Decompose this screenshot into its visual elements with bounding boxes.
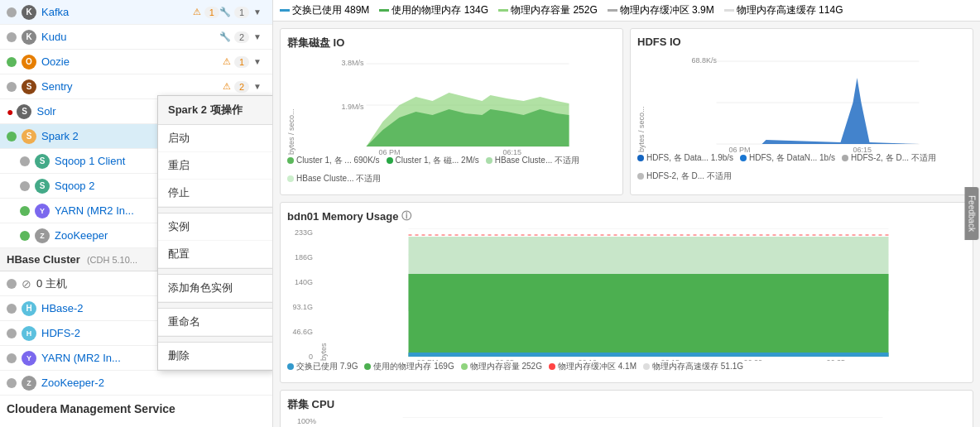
menu-start[interactable]: 启动	[158, 125, 272, 152]
hbase2-icon: H	[22, 301, 36, 316]
cpu-chart: 群集 CPU 100%	[280, 390, 973, 427]
legend-cache: 物理内存高速缓存 114G	[724, 3, 843, 17]
mem-legend-4: 物理内存缓冲区 4.1M	[549, 361, 637, 372]
kudu-dropdown[interactable]: ▼	[249, 29, 266, 46]
hdfs-io-legend: HDFS, 各 Data... 1.9b/s HDFS, 各 DataN... …	[637, 152, 966, 182]
menu-delete[interactable]: 删除	[158, 343, 272, 370]
memory-chart-content: 233G 186G 140G 93.1G 46.6G 0 bytes	[287, 228, 966, 361]
disk-legend-2: Cluster 1, 各 磁... 2M/s	[387, 155, 479, 166]
legend-swap-label: 交换已使用 489M	[292, 3, 369, 17]
yarn-icon: Y	[35, 204, 50, 218]
hdfs-io-ylabel: bytes / seco...	[637, 53, 646, 152]
menu-add-role[interactable]: 添加角色实例	[158, 275, 272, 302]
legend-buf-label: 物理内存缓冲区 3.9M	[620, 3, 714, 17]
disk-io-content: bytes / seco... 3.8M/s 1.9M/s	[287, 55, 616, 155]
cloudera-section: Cloudera Management Service	[0, 396, 272, 422]
kudu-wrench-count: 2	[234, 31, 249, 43]
service-kafka[interactable]: K Kafka ⚠ 1 🔧 1 ▼	[0, 0, 272, 25]
menu-instance[interactable]: 实例	[158, 214, 272, 241]
top-legend-bar: 交换已使用 489M 使用的物理内存 134G 物理内存容量 252G 物理内存…	[273, 0, 980, 22]
svg-text:06:25: 06:25	[827, 358, 846, 361]
legend-buf-color	[608, 9, 617, 12]
hbase-hosts-status	[7, 279, 17, 289]
io-charts-row: 群集磁盘 IO bytes / seco... 3.8M/s 1.9M/s	[273, 22, 980, 202]
memory-legend: 交换已使用 7.9G 使用的物理内存 169G 物理内存容量 252G 物理内存…	[287, 361, 966, 372]
menu-divider3	[158, 302, 272, 309]
cpu-svg	[319, 417, 966, 427]
legend-cap-label: 物理内存容量 252G	[511, 3, 598, 17]
kafka-dropdown[interactable]: ▼	[249, 4, 266, 21]
mem-legend-5: 物理内存高速缓存 51.1G	[643, 361, 743, 372]
service-kudu[interactable]: K Kudu 🔧 2 ▼	[0, 25, 272, 50]
hdfs-io-svg: 68.8K/s 06 PM 06:15	[649, 53, 966, 152]
kafka-icon: K	[22, 5, 36, 20]
sentry-alert: ⚠	[223, 81, 231, 92]
hdfs-io-svg-container: 68.8K/s 06 PM 06:15	[649, 53, 966, 152]
content-area: 交换已使用 489M 使用的物理内存 134G 物理内存容量 252G 物理内存…	[273, 0, 980, 427]
zookeeper2-item[interactable]: Z ZooKeeper-2	[0, 371, 272, 396]
legend-swap-color	[280, 9, 290, 12]
hdfs-legend-2: HDFS, 各 DataN... 1b/s	[740, 152, 835, 164]
hbase-cluster-title[interactable]: HBase Cluster	[7, 253, 80, 266]
sentry-name[interactable]: Sentry	[41, 80, 223, 93]
hdfs-io-title: HDFS IO	[637, 36, 966, 48]
kafka-alert-count: 1	[204, 7, 219, 18]
memory-ylabel: bytes	[319, 228, 328, 361]
hbase-hosts-icon: ⊘	[22, 277, 31, 290]
legend-phys-cap: 物理内存容量 252G	[498, 3, 598, 17]
memory-svg-container: 06 PM 06:05 06:10 06:15 06:20 06:25	[331, 228, 966, 361]
menu-stop[interactable]: 停止	[158, 180, 272, 207]
sentry-alert-count: 2	[234, 81, 249, 93]
oozie-alert-count: 1	[234, 56, 249, 68]
svg-marker-13	[717, 78, 920, 144]
cloudera-management-item[interactable]: C Cloudera Man... ⚠ 18 🔧 4 ⏻ ▼	[0, 422, 272, 427]
zookeeper2-status	[7, 378, 17, 388]
kudu-icon: K	[22, 30, 36, 45]
memory-info-icon[interactable]: ⓘ	[401, 209, 411, 223]
memory-y-labels: 233G 186G 140G 93.1G 46.6G 0	[287, 228, 316, 361]
svg-text:06:05: 06:05	[496, 358, 515, 361]
kudu-name[interactable]: Kudu	[41, 31, 219, 43]
legend-phys-label: 使用的物理内存 134G	[392, 3, 488, 17]
sentry-dropdown[interactable]: ▼	[249, 79, 266, 95]
svg-rect-25	[409, 353, 889, 357]
svg-text:68.8K/s: 68.8K/s	[692, 56, 718, 65]
memory-usage-chart: bdn01 Memory Usage ⓘ 233G 186G 140G 93.1…	[280, 202, 973, 383]
legend-phys-mem: 使用的物理内存 134G	[379, 3, 488, 17]
oozie-icon: O	[22, 55, 36, 70]
zookeeper2-name[interactable]: ZooKeeper-2	[41, 377, 266, 389]
menu-rename[interactable]: 重命名	[158, 309, 272, 336]
solr-icon: S	[17, 104, 31, 119]
kafka-alert: ⚠	[193, 7, 201, 17]
hbase-cluster-subtitle: (CDH 5.10...	[87, 255, 137, 265]
oozie-name[interactable]: Oozie	[41, 55, 223, 68]
menu-config[interactable]: 配置	[158, 241, 272, 268]
yarn-mr2-status	[7, 353, 17, 363]
menu-restart[interactable]: 重启	[158, 152, 272, 180]
cpu-ylabel: 100%	[287, 417, 316, 427]
disk-io-title: 群集磁盘 IO	[287, 36, 616, 50]
cpu-svg-container	[319, 417, 966, 427]
sqoop2-icon: S	[35, 179, 50, 194]
status-oozie	[7, 57, 17, 67]
legend-cache-label: 物理内存高速缓存 114G	[737, 3, 843, 17]
service-oozie[interactable]: O Oozie ⚠ 1 ▼	[0, 50, 272, 74]
status-sentry	[7, 82, 17, 92]
hdfs-legend-3: HDFS-2, 各 D... 不适用	[842, 152, 936, 164]
legend-cap-color	[498, 9, 508, 12]
kafka-name[interactable]: Kafka	[41, 6, 193, 18]
kafka-wrench-count: 1	[234, 7, 249, 18]
hbase2-status	[7, 304, 17, 314]
disk-io-svg-container: 3.8M/s 1.9M/s 06 PM 06:15	[299, 55, 616, 155]
oozie-dropdown[interactable]: ▼	[249, 54, 266, 70]
svg-text:3.8M/s: 3.8M/s	[342, 59, 365, 67]
disk-io-ylabel: bytes / seco...	[287, 55, 295, 155]
feedback-tab[interactable]: Feedback	[965, 187, 979, 240]
spark2-icon: S	[22, 129, 36, 144]
context-menu: Spark 2 项操作 启动 重启 停止 实例 配置 添加角色实例 重命名 删除	[157, 95, 273, 371]
legend-swap: 交换已使用 489M	[280, 3, 369, 17]
menu-divider2	[158, 268, 272, 275]
legend-phys-color	[379, 9, 389, 12]
cloudera-section-title: Cloudera Management Service	[7, 396, 266, 419]
legend-cache-color	[724, 9, 734, 12]
